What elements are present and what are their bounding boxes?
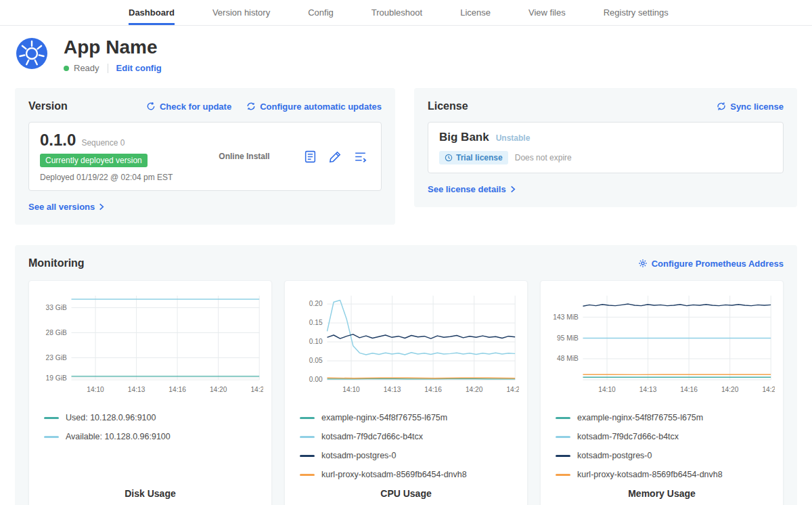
- current-version-box: 0.1.0 Sequence 0 Currently deployed vers…: [28, 122, 382, 191]
- app-header-text: App Name Ready Edit config: [64, 37, 162, 73]
- legend-item: Available: 10.128.0.96:9100: [44, 432, 263, 441]
- see-license-details-link[interactable]: See license details: [428, 184, 516, 194]
- series-swatch: [44, 436, 59, 438]
- check-for-update-link[interactable]: Check for update: [146, 102, 231, 112]
- svg-text:14:20: 14:20: [466, 386, 483, 393]
- legend-item: kurl-proxy-kotsadm-8569fb6454-dnvh8: [556, 470, 775, 479]
- status-dot: [64, 66, 69, 71]
- svg-text:0.00: 0.00: [309, 376, 323, 383]
- app-header: App Name Ready Edit config: [0, 26, 812, 88]
- deployed-timestamp: Deployed 01/19/22 @ 02:04 pm EST: [40, 173, 185, 182]
- svg-text:14:13: 14:13: [639, 386, 657, 393]
- gear-icon: [638, 259, 648, 268]
- memory-usage-chart: 14:1014:1314:1614:2014:23143 MiB95 MiB48…: [549, 290, 775, 398]
- cpu-usage-chart-card: 14:1014:1314:1614:2014:230.200.150.100.0…: [284, 280, 528, 505]
- svg-text:14:23: 14:23: [762, 386, 775, 393]
- legend-item: kurl-proxy-kotsadm-8569fb6454-dnvh8: [300, 470, 519, 479]
- series-swatch: [300, 474, 315, 476]
- monitoring-title: Monitoring: [28, 257, 85, 269]
- svg-text:14:23: 14:23: [250, 386, 263, 393]
- release-notes-icon[interactable]: [303, 150, 317, 164]
- license-card: License Sync license Big Bank Unstable: [414, 88, 797, 207]
- svg-text:19 GiB: 19 GiB: [46, 374, 67, 382]
- license-box: Big Bank Unstable Trial license Does not…: [428, 122, 784, 173]
- series-swatch: [44, 417, 59, 419]
- svg-text:0.05: 0.05: [309, 357, 323, 364]
- configure-prometheus-link[interactable]: Configure Prometheus Address: [638, 259, 784, 269]
- auto-update-icon: [246, 102, 256, 111]
- tab-view-files[interactable]: View files: [528, 0, 566, 25]
- legend-item: example-nginx-54f8f76755-l675m: [556, 413, 775, 422]
- cpu-usage-chart: 14:1014:1314:1614:2014:230.200.150.100.0…: [293, 290, 519, 398]
- svg-text:14:10: 14:10: [342, 386, 360, 393]
- version-number: 0.1.0: [40, 131, 76, 150]
- edit-version-config-icon[interactable]: [328, 150, 342, 164]
- tab-registry-settings[interactable]: Registry settings: [604, 0, 669, 25]
- svg-text:14:16: 14:16: [424, 386, 442, 393]
- svg-text:14:10: 14:10: [87, 386, 104, 393]
- trial-license-badge: Trial license: [439, 151, 508, 164]
- edit-config-link[interactable]: Edit config: [116, 63, 162, 73]
- license-card-title: License: [428, 100, 468, 112]
- svg-text:14:23: 14:23: [506, 386, 519, 393]
- version-card-title: Version: [28, 100, 68, 112]
- chart-title: CPU Usage: [293, 480, 519, 499]
- sync-license-link[interactable]: Sync license: [717, 102, 784, 112]
- summary-cards-row: Version Check for update Configure au: [0, 88, 812, 225]
- svg-text:14:13: 14:13: [384, 386, 401, 393]
- kubernetes-logo-icon: [15, 37, 49, 73]
- chevron-right-icon: [510, 185, 516, 193]
- app-status-row: Ready Edit config: [64, 63, 162, 73]
- legend-item: kotsadm-7f9dc7d66c-b4tcx: [556, 432, 775, 441]
- refresh-icon: [146, 102, 156, 111]
- svg-text:48 MiB: 48 MiB: [557, 355, 579, 362]
- tab-troubleshoot[interactable]: Troubleshoot: [371, 0, 422, 25]
- tab-config[interactable]: Config: [308, 0, 334, 25]
- license-expiration: Does not expire: [515, 153, 572, 162]
- app-title: App Name: [64, 37, 162, 58]
- deploy-logs-icon[interactable]: [353, 150, 367, 164]
- sequence-label: Sequence 0: [81, 138, 125, 148]
- memory-usage-legend: example-nginx-54f8f76755-l675m kotsadm-7…: [549, 403, 775, 479]
- svg-text:28 GiB: 28 GiB: [46, 329, 67, 336]
- clock-icon: [445, 154, 453, 162]
- svg-text:143 MiB: 143 MiB: [553, 313, 579, 321]
- chart-title: Memory Usage: [549, 480, 775, 499]
- disk-usage-chart: 14:1014:1314:1614:2014:2333 GiB28 GiB23 …: [37, 290, 263, 398]
- see-all-versions-link[interactable]: See all versions: [28, 202, 104, 212]
- monitoring-section: Monitoring Configure Prometheus Address …: [15, 245, 797, 505]
- version-card: Version Check for update Configure au: [15, 88, 395, 225]
- tab-dashboard[interactable]: Dashboard: [129, 0, 175, 25]
- chevron-right-icon: [99, 203, 104, 211]
- tab-license[interactable]: License: [460, 0, 491, 25]
- series-swatch: [300, 455, 315, 457]
- nav-tabs: Dashboard Version history Config Trouble…: [129, 0, 669, 25]
- install-type-label: Online Install: [185, 152, 303, 161]
- tab-version-history[interactable]: Version history: [212, 0, 270, 25]
- kots-admin-dashboard: Dashboard Version history Config Trouble…: [0, 0, 812, 505]
- series-swatch: [300, 417, 315, 419]
- svg-text:14:10: 14:10: [598, 386, 616, 393]
- legend-item: kotsadm-postgres-0: [300, 451, 519, 460]
- legend-item: example-nginx-54f8f76755-l675m: [300, 413, 519, 422]
- chart-title: Disk Usage: [37, 480, 263, 499]
- divider: [108, 64, 108, 73]
- channel-label: Unstable: [496, 133, 531, 143]
- customer-name: Big Bank: [439, 131, 489, 144]
- memory-usage-chart-card: 14:1014:1314:1614:2014:23143 MiB95 MiB48…: [540, 280, 784, 505]
- series-swatch: [556, 417, 570, 419]
- svg-text:23 GiB: 23 GiB: [46, 354, 67, 361]
- svg-text:14:13: 14:13: [128, 386, 145, 393]
- svg-text:14:20: 14:20: [210, 386, 227, 393]
- cpu-usage-legend: example-nginx-54f8f76755-l675m kotsadm-7…: [293, 403, 519, 479]
- svg-text:14:20: 14:20: [721, 386, 739, 393]
- svg-text:14:16: 14:16: [680, 386, 698, 393]
- svg-text:0.15: 0.15: [309, 319, 323, 326]
- configure-automatic-updates-link[interactable]: Configure automatic updates: [246, 102, 382, 112]
- legend-item: kotsadm-7f9dc7d66c-b4tcx: [300, 432, 519, 441]
- svg-text:14:16: 14:16: [168, 386, 186, 393]
- disk-usage-legend: Used: 10.128.0.96:9100 Available: 10.128…: [37, 403, 263, 441]
- legend-item: kotsadm-postgres-0: [556, 451, 775, 460]
- disk-usage-chart-card: 14:1014:1314:1614:2014:2333 GiB28 GiB23 …: [28, 280, 272, 505]
- series-swatch: [556, 455, 570, 457]
